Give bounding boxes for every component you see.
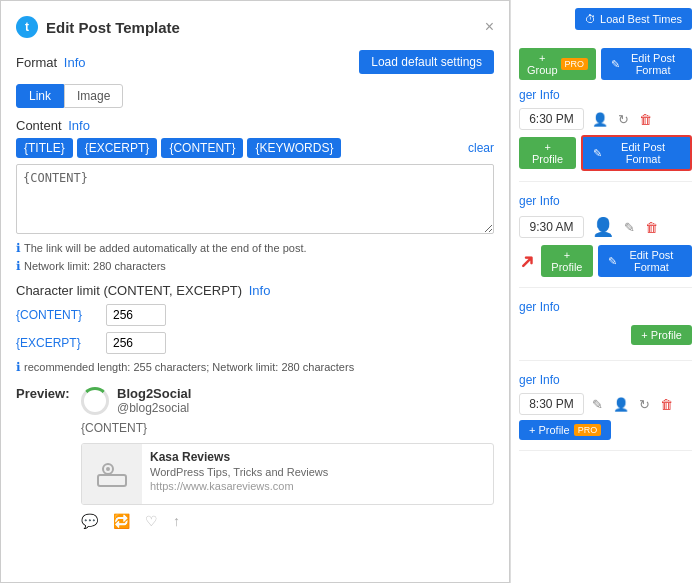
char-limit-info-link[interactable]: Info xyxy=(249,283,271,298)
network-limit-note: ℹ Network limit: 280 characters xyxy=(16,259,494,273)
content-limit-label: {CONTENT} xyxy=(16,308,96,322)
section4-pencil-icon[interactable]: ✎ xyxy=(590,395,605,414)
section2-info[interactable]: ger Info xyxy=(519,194,692,208)
modal-title: t Edit Post Template xyxy=(16,16,180,38)
section2-row: 9:30 AM 👤 ✎ 🗑 xyxy=(519,214,692,240)
preview-card-info: Kasa Reviews WordPress Tips, Tricks and … xyxy=(142,444,493,504)
pro-badge-group: PRO xyxy=(561,58,589,70)
group-pro-button[interactable]: + Group PRO xyxy=(519,48,596,80)
char-limit-label: Character limit (CONTENT, EXCERPT) xyxy=(16,283,242,298)
preview-account-info: Blog2Social @blog2social xyxy=(117,386,191,415)
like-icon: ♡ xyxy=(145,513,158,529)
tag-title[interactable]: {TITLE} xyxy=(16,138,73,158)
info-icon-1: ℹ xyxy=(16,241,21,255)
clock-icon: ⏱ xyxy=(585,13,596,25)
section1-edit-post-button[interactable]: ✎ Edit Post Format xyxy=(581,135,692,171)
content-label: Content xyxy=(16,118,62,133)
preview-section: Preview: Blog2Social @blog2social {CONTE… xyxy=(16,386,494,529)
tab-link[interactable]: Link xyxy=(16,84,64,108)
tag-row: {TITLE} {EXCERPT} {CONTENT} {KEYWORDS} c… xyxy=(16,138,494,158)
section3-info[interactable]: ger Info xyxy=(519,300,692,314)
section1-time: 6:30 PM xyxy=(519,108,584,130)
section3-profile-button[interactable]: + Profile xyxy=(631,325,692,345)
section3-empty-row: + Profile xyxy=(519,320,692,350)
section2-actions-row: ➜ + Profile ✎ Edit Post Format xyxy=(519,245,692,277)
edit-post-template-modal: t Edit Post Template × Format Info Load … xyxy=(0,0,510,583)
format-tabs: Link Image xyxy=(16,84,494,108)
section4-profile-pro-button[interactable]: + Profile PRO xyxy=(519,420,611,440)
right-section-3: ger Info + Profile xyxy=(519,300,692,361)
twitter-icon: t xyxy=(16,16,38,38)
section2-profile-button[interactable]: + Profile xyxy=(541,245,593,277)
preview-card-desc: WordPress Tips, Tricks and Reviews xyxy=(150,466,485,478)
format-row: Format Info Load default settings xyxy=(16,50,494,74)
pencil-icon-s1: ✎ xyxy=(593,147,602,160)
preview-content-text: {CONTENT} xyxy=(81,421,494,435)
section1-person-icon[interactable]: 👤 xyxy=(590,110,610,129)
preview-handle: @blog2social xyxy=(117,401,191,415)
preview-account-name: Blog2Social xyxy=(117,386,191,401)
char-limit-label-row: Character limit (CONTENT, EXCERPT) Info xyxy=(16,283,494,298)
section1-profile-button[interactable]: + Profile xyxy=(519,137,576,169)
right-top-row: ⏱ Load Best Times xyxy=(519,8,692,40)
svg-rect-1 xyxy=(98,475,126,486)
content-info-link[interactable]: Info xyxy=(68,118,90,133)
section1-refresh-icon[interactable]: ↻ xyxy=(616,110,631,129)
retweet-icon: 🔁 xyxy=(113,513,130,529)
tab-image[interactable]: Image xyxy=(64,84,123,108)
format-label-group: Format Info xyxy=(16,55,85,70)
preview-card-title: Kasa Reviews xyxy=(150,450,485,464)
section2-person-icon-red[interactable]: 👤 xyxy=(590,214,616,240)
excerpt-limit-label: {EXCERPT} xyxy=(16,336,96,350)
section2-trash-icon[interactable]: 🗑 xyxy=(643,218,660,237)
svg-point-2 xyxy=(106,467,110,471)
preview-spinner xyxy=(81,387,109,415)
section2-edit-post-button[interactable]: ✎ Edit Post Format xyxy=(598,245,692,277)
content-textarea[interactable]: {CONTENT} xyxy=(16,164,494,234)
section1-trash-icon[interactable]: 🗑 xyxy=(637,110,654,129)
section2-time: 9:30 AM xyxy=(519,216,584,238)
section4-trash-icon[interactable]: 🗑 xyxy=(658,395,675,414)
right-section-4: ger Info 8:30 PM ✎ 👤 ↻ 🗑 + Profile PRO xyxy=(519,373,692,451)
content-limit-row: {CONTENT} xyxy=(16,304,494,326)
content-label-row: Content Info xyxy=(16,118,494,133)
comment-icon: 💬 xyxy=(81,513,98,529)
clear-button[interactable]: clear xyxy=(468,141,494,155)
close-button[interactable]: × xyxy=(485,18,494,36)
modal-title-text: Edit Post Template xyxy=(46,19,180,36)
right-section-1: ger Info 6:30 PM 👤 ↻ 🗑 + Profile ✎ Edit … xyxy=(519,88,692,182)
tag-excerpt[interactable]: {EXCERPT} xyxy=(77,138,158,158)
excerpt-limit-row: {EXCERPT} xyxy=(16,332,494,354)
section4-person-icon[interactable]: 👤 xyxy=(611,395,631,414)
right-section-2: ger Info 9:30 AM 👤 ✎ 🗑 ➜ + Profile ✎ Edi… xyxy=(519,194,692,288)
auto-link-note: ℹ The link will be added automatically a… xyxy=(16,241,494,255)
section4-time: 8:30 PM xyxy=(519,393,584,415)
right-panel: ⏱ Load Best Times + Group PRO ✎ Edit Pos… xyxy=(510,0,700,583)
excerpt-limit-input[interactable] xyxy=(106,332,166,354)
modal-header: t Edit Post Template × xyxy=(16,16,494,38)
load-best-times-button[interactable]: ⏱ Load Best Times xyxy=(575,8,692,30)
preview-card-image xyxy=(82,444,142,504)
content-limit-input[interactable] xyxy=(106,304,166,326)
preview-actions: 💬 🔁 ♡ ↑ xyxy=(81,513,494,529)
tag-keywords[interactable]: {KEYWORDS} xyxy=(247,138,341,158)
section4-info[interactable]: ger Info xyxy=(519,373,692,387)
share-icon: ↑ xyxy=(173,513,180,529)
preview-header: Blog2Social @blog2social xyxy=(81,386,494,415)
load-defaults-button[interactable]: Load default settings xyxy=(359,50,494,74)
edit-post-format-top-button[interactable]: ✎ Edit Post Format xyxy=(601,48,692,80)
content-section: Content Info {TITLE} {EXCERPT} {CONTENT}… xyxy=(16,118,494,273)
section4-actions: + Profile PRO xyxy=(519,420,692,440)
section1-info[interactable]: ger Info xyxy=(519,88,692,102)
format-label: Format xyxy=(16,55,57,70)
format-info-link[interactable]: Info xyxy=(64,55,86,70)
red-arrow-indicator: ➜ xyxy=(513,247,542,276)
section2-pencil-icon[interactable]: ✎ xyxy=(622,218,637,237)
section1-actions: + Profile ✎ Edit Post Format xyxy=(519,135,692,171)
tag-content[interactable]: {CONTENT} xyxy=(161,138,243,158)
info-icon-2: ℹ xyxy=(16,259,21,273)
pencil-icon-top: ✎ xyxy=(611,58,620,71)
char-limit-section: Character limit (CONTENT, EXCERPT) Info … xyxy=(16,283,494,374)
info-icon-3: ℹ xyxy=(16,360,21,374)
section4-refresh-icon[interactable]: ↻ xyxy=(637,395,652,414)
